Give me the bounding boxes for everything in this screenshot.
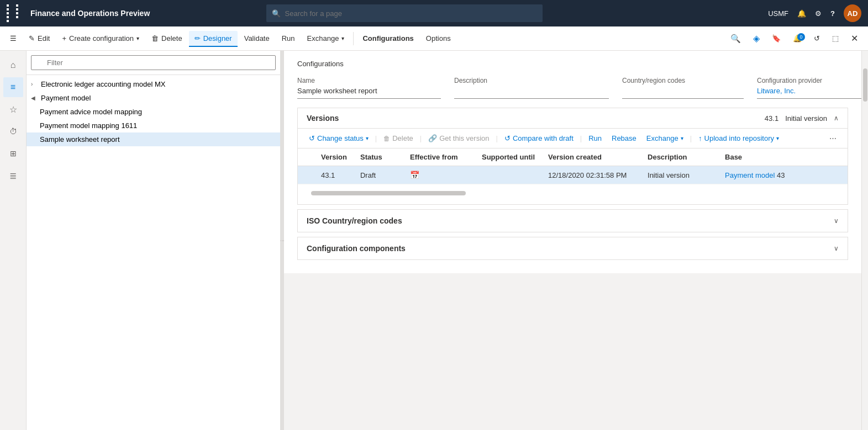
versions-toolbar: ↺ Change status ▾ | 🗑 Delete | 🔗 Get thi… [298, 129, 848, 148]
nav-modules[interactable]: ≣ [3, 166, 23, 185]
nav-home[interactable]: ⌂ [3, 55, 23, 75]
compare-draft-icon: ↺ [504, 134, 511, 142]
iso-header[interactable]: ISO Country/region codes ∨ [298, 210, 848, 232]
separator-1 [353, 32, 354, 45]
hamburger-button[interactable]: ☰ [4, 31, 22, 46]
nav-list[interactable]: ≡ [3, 77, 23, 97]
iso-section: ISO Country/region codes ∨ [297, 209, 848, 232]
tree-item-payment-model[interactable]: ◀ Payment model [27, 91, 280, 105]
validate-button[interactable]: Validate [239, 31, 275, 46]
help-icon[interactable]: ? [830, 9, 835, 18]
top-bar-right: USMF 🔔 ⚙ ? AD [768, 4, 861, 22]
nav-star[interactable]: ☆ [3, 99, 23, 119]
versions-title: Versions [307, 114, 339, 123]
components-title: Configuration components [307, 244, 406, 253]
country-label: Country/region codes [622, 77, 744, 84]
exchange-chevron: ▾ [681, 135, 683, 141]
alert-badge: 0 [797, 33, 805, 41]
options-tab[interactable]: Options [420, 31, 456, 46]
tree-panel: 🔍 › Electronic ledger accounting model M… [27, 51, 281, 430]
cell-effective[interactable]: 📅 [403, 166, 475, 184]
nav-workspaces[interactable]: ⊞ [3, 144, 23, 163]
rebase-button[interactable]: Rebase [607, 132, 641, 145]
iso-title: ISO Country/region codes [307, 216, 402, 225]
description-value[interactable] [454, 87, 609, 99]
table-body: 43.1 Draft 📅 12/18/2020 02:31:58 PM Init… [298, 166, 848, 184]
bookmark-btn[interactable]: 🔖 [766, 31, 786, 46]
table-header: Version Status Effective from Supported … [298, 148, 848, 166]
cell-supported [475, 166, 541, 184]
table-horizontal-scrollbar[interactable] [311, 191, 466, 195]
upload-repository-button[interactable]: ↑ Upload into repository ▾ [694, 132, 783, 145]
tree-chevron-expand: › [31, 81, 39, 87]
hamburger-icon: ☰ [10, 34, 17, 43]
versions-meta: 43.1 Initial version ∧ [765, 114, 839, 123]
exchange-chevron-icon: ▾ [341, 35, 344, 41]
name-value[interactable]: Sample worksheet report [297, 87, 441, 99]
versions-table-scroll[interactable]: Version Status Effective from Supported … [298, 148, 848, 184]
filter-icon: ◈ [753, 33, 760, 44]
designer-button[interactable]: ✏ Designer [189, 31, 238, 46]
versions-header: Versions 43.1 Initial version ∧ [298, 108, 848, 129]
close-icon: ✕ [851, 33, 858, 44]
tree-content: › Electronic ledger accounting model MX … [27, 75, 280, 430]
provider-value[interactable]: Litware, Inc. [757, 87, 861, 99]
base-link[interactable]: Payment model [725, 171, 775, 179]
compare-draft-button[interactable]: ↺ Compare with draft [500, 132, 578, 145]
components-header[interactable]: Configuration components ∨ [298, 237, 848, 259]
change-status-icon: ↺ [309, 134, 315, 142]
filter-icon-btn[interactable]: ◈ [748, 30, 765, 47]
country-value[interactable] [622, 87, 744, 99]
close-btn[interactable]: ✕ [845, 30, 864, 47]
notification-icon[interactable]: 🔔 [797, 9, 806, 18]
calendar-icon[interactable]: 📅 [410, 171, 419, 179]
search-input[interactable] [285, 9, 537, 18]
versions-delete-button[interactable]: 🗑 Delete [379, 132, 418, 145]
create-config-button[interactable]: + Create configuration ▾ [56, 31, 145, 46]
more-icon: ⋯ [829, 134, 837, 142]
get-version-button[interactable]: 🔗 Get this version [424, 132, 493, 145]
tree-item-payment-advice[interactable]: Payment advice model mapping [27, 105, 280, 119]
settings-icon[interactable]: ⚙ [815, 9, 822, 18]
command-bar: ☰ ✎ Edit + Create configuration ▾ 🗑 Dele… [0, 26, 868, 51]
global-search[interactable]: 🔍 [266, 4, 543, 22]
tree-item-payment-mapping[interactable]: Payment model mapping 1611 [27, 119, 280, 132]
versions-collapse-btn[interactable]: ∧ [834, 114, 839, 122]
versions-table: Version Status Effective from Supported … [298, 148, 848, 184]
col-header-effective[interactable]: Effective from [403, 148, 475, 166]
search-toolbar-icon: 🔍 [730, 34, 741, 44]
col-header-base[interactable]: Base [718, 148, 848, 166]
header-row: Version Status Effective from Supported … [298, 148, 848, 166]
app-grid-icon[interactable] [7, 4, 24, 22]
edit-button[interactable]: ✎ Edit [23, 31, 55, 46]
run-button[interactable]: Run [276, 31, 301, 46]
description-label: Description [454, 77, 609, 84]
upload-icon: ↑ [698, 134, 702, 142]
nav-recent[interactable]: ⏱ [3, 121, 23, 141]
tree-item-electronic-ledger[interactable]: › Electronic ledger accounting model MX [27, 77, 280, 91]
main-layout: ⌂ ≡ ☆ ⏱ ⊞ ≣ 🔍 › Electronic ledger accoun… [0, 51, 868, 430]
col-header-description[interactable]: Description [641, 148, 718, 166]
exchange-button[interactable]: Exchange ▾ [302, 31, 350, 46]
open-new-btn[interactable]: ⬚ [827, 31, 844, 46]
filter-input[interactable] [31, 55, 276, 70]
company-label: USMF [768, 9, 788, 18]
search-toolbar-button[interactable]: 🔍 [725, 30, 746, 47]
configurations-tab[interactable]: Configurations [357, 31, 419, 46]
versions-exchange-button[interactable]: Exchange ▾ [642, 132, 688, 145]
col-header-supported[interactable]: Supported until [475, 148, 541, 166]
col-header-status[interactable]: Status [354, 148, 403, 166]
avatar[interactable]: AD [844, 4, 861, 22]
tree-item-sample-worksheet[interactable]: Sample worksheet report [27, 132, 280, 146]
components-chevron: ∨ [834, 245, 839, 252]
versions-more-button[interactable]: ⋯ [825, 132, 841, 145]
col-header-created[interactable]: Version created [541, 148, 641, 166]
refresh-btn[interactable]: ↺ [808, 31, 825, 46]
versions-run-button[interactable]: Run [584, 132, 606, 145]
change-status-button[interactable]: ↺ Change status ▾ [304, 132, 373, 145]
table-row[interactable]: 43.1 Draft 📅 12/18/2020 02:31:58 PM Init… [298, 166, 848, 184]
delete-button[interactable]: 🗑 Delete [146, 31, 188, 46]
right-scrollbar[interactable] [861, 51, 868, 430]
col-header-version[interactable]: Version [314, 148, 354, 166]
cell-r [298, 166, 314, 184]
